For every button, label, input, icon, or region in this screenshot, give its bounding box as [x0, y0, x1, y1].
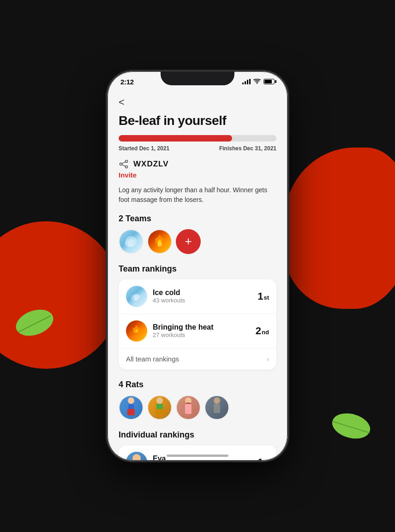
svg-point-4	[126, 160, 128, 162]
status-icons	[242, 79, 275, 84]
svg-rect-17	[127, 409, 135, 415]
team-avatar-fire[interactable]	[147, 229, 172, 254]
rat-avatar-1[interactable]	[119, 395, 144, 420]
phone-frame: 2:12	[108, 71, 287, 461]
chevron-right-icon: ›	[267, 355, 269, 363]
screen-content[interactable]: < Be-leaf in yourself Started Dec 1, 202…	[108, 92, 287, 461]
svg-point-23	[214, 397, 220, 404]
team-rankings-heading: Team rankings	[119, 264, 276, 274]
svg-point-18	[156, 397, 163, 404]
svg-point-11	[127, 238, 135, 245]
svg-rect-24	[214, 404, 220, 413]
back-button[interactable]: <	[119, 97, 276, 107]
individual-ranking-eva[interactable]: Eva 24 workouts 1st	[119, 445, 276, 461]
rat-avatar-4[interactable]	[204, 395, 229, 420]
svg-line-7	[122, 162, 125, 164]
svg-point-0	[14, 309, 55, 337]
leaf-left-icon	[14, 309, 55, 337]
team-ranking-row[interactable]: Ice cold 43 workouts 1st	[119, 279, 276, 314]
leaf-right-icon	[330, 412, 372, 440]
team-rankings-card: Ice cold 43 workouts 1st	[119, 279, 276, 370]
rat-avatar-img-2	[148, 396, 171, 419]
rat-avatar-img-3	[177, 396, 200, 419]
start-date: Started Dec 1, 2021	[119, 145, 169, 152]
team-ranking-row-fire[interactable]: Bringing the heat 27 workouts 2nd	[119, 314, 276, 349]
svg-point-15	[128, 397, 134, 404]
add-team-button[interactable]: +	[176, 229, 201, 254]
code-row: WXDZLV	[119, 159, 276, 169]
team-ice-rank: 1st	[257, 290, 269, 302]
rat-avatar-img-4	[205, 396, 228, 419]
team-fire-name: Bringing the heat	[153, 323, 256, 331]
team-fire-workouts: 27 workouts	[153, 331, 256, 338]
all-rankings-label: All team rankings	[126, 355, 179, 363]
rats-avatars-row	[119, 395, 276, 420]
home-indicator	[167, 455, 228, 457]
rat-avatar-img-1	[120, 396, 143, 419]
share-icon[interactable]	[119, 159, 129, 169]
back-arrow-icon[interactable]: <	[119, 97, 125, 107]
screen: 2:12	[108, 71, 287, 461]
svg-point-5	[120, 163, 122, 165]
challenge-description: Log any activity longer than a half hour…	[119, 185, 276, 205]
team-fire-avatar	[126, 320, 147, 342]
team-ice-name: Ice cold	[153, 289, 257, 297]
team-ice-avatar	[126, 286, 147, 307]
rats-heading: 4 Rats	[119, 380, 276, 390]
svg-point-12	[157, 242, 162, 247]
progress-bar-fill	[119, 135, 232, 142]
challenge-code: WXDZLV	[133, 160, 169, 169]
all-rankings-row[interactable]: All team rankings ›	[119, 349, 276, 370]
team-avatars-row: +	[119, 229, 276, 254]
rat-avatar-2[interactable]	[147, 395, 172, 420]
status-time: 2:12	[120, 78, 134, 86]
teams-heading: 2 Teams	[119, 214, 276, 224]
team-ice-workouts: 43 workouts	[153, 297, 257, 304]
eva-avatar	[126, 452, 147, 461]
notch	[161, 71, 234, 85]
finish-date: Finishes Dec 31, 2021	[219, 145, 276, 152]
svg-point-6	[126, 166, 128, 168]
scene: 2:12	[0, 0, 395, 532]
svg-line-8	[122, 165, 125, 166]
individual-rankings-card: Eva 24 workouts 1st	[119, 445, 276, 461]
team-fire-info: Bringing the heat 27 workouts	[153, 323, 256, 338]
rat-avatar-3[interactable]	[176, 395, 201, 420]
svg-point-2	[330, 412, 372, 440]
wifi-icon	[253, 79, 261, 84]
signal-icon	[242, 79, 251, 84]
dates-row: Started Dec 1, 2021 Finishes Dec 31, 202…	[119, 145, 276, 152]
svg-point-25	[132, 454, 141, 461]
svg-point-14	[133, 294, 140, 299]
team-avatar-ice[interactable]	[119, 229, 144, 254]
team-fire-rank: 2nd	[256, 325, 269, 337]
svg-rect-22	[185, 404, 192, 414]
battery-icon	[263, 79, 275, 84]
team-ice-info: Ice cold 43 workouts	[153, 289, 257, 304]
bg-decoration-blob	[284, 148, 395, 309]
progress-bar-container	[119, 135, 276, 142]
bg-decoration-circle	[0, 221, 120, 369]
invite-link[interactable]: Invite	[119, 171, 276, 179]
challenge-title: Be-leaf in yourself	[119, 113, 276, 129]
individual-rankings-heading: Individual rankings	[119, 430, 276, 440]
eva-rank: 1st	[257, 456, 269, 461]
svg-rect-20	[156, 409, 164, 415]
